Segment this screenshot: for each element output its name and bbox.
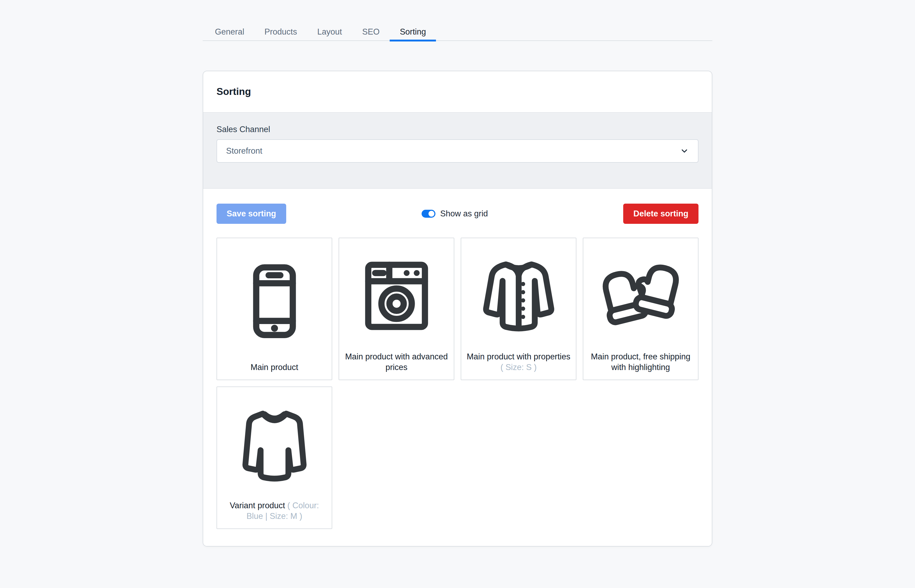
- toggle-knob: [429, 211, 434, 216]
- save-sorting-button[interactable]: Save sorting: [217, 204, 286, 224]
- settings-page: General Products Layout SEO Sorting Sort…: [203, 23, 712, 546]
- product-image: [217, 387, 332, 500]
- product-image: [461, 238, 576, 351]
- product-name: Main product, free shipping with highlig…: [591, 352, 690, 372]
- product-label: Variant product ( Colour: Blue | Size: M…: [217, 500, 332, 528]
- smartphone-icon: [231, 257, 318, 345]
- washing-machine-icon: [353, 252, 440, 340]
- sales-channel-select[interactable]: Storefront: [217, 139, 698, 163]
- delete-sorting-button[interactable]: Delete sorting: [623, 204, 698, 224]
- toolbar: Save sorting Show as grid Delete sorting: [217, 204, 698, 224]
- show-as-grid-label: Show as grid: [440, 209, 488, 218]
- show-as-grid-control: Show as grid: [286, 209, 623, 218]
- product-label: Main product with properties ( Size: S ): [461, 351, 576, 380]
- tab-bar: General Products Layout SEO Sorting: [203, 23, 712, 41]
- chevron-down-icon: [680, 147, 689, 155]
- jacket-icon: [475, 252, 563, 340]
- product-suffix: ( Size: S ): [500, 363, 536, 372]
- sales-channel-label: Sales Channel: [217, 124, 698, 134]
- product-label: Main product with advanced prices: [339, 351, 454, 380]
- product-label: Main product: [217, 362, 332, 380]
- sales-channel-value: Storefront: [226, 146, 680, 156]
- product-image: [217, 238, 332, 362]
- tab-general[interactable]: General: [205, 23, 254, 40]
- product-image: [339, 238, 454, 351]
- sales-channel-section: Sales Channel Storefront: [203, 112, 712, 189]
- mittens-icon: [597, 252, 685, 340]
- product-card[interactable]: Variant product ( Colour: Blue | Size: M…: [217, 386, 332, 529]
- tab-layout[interactable]: Layout: [307, 23, 352, 40]
- product-card[interactable]: Main product, free shipping with highlig…: [583, 237, 698, 380]
- product-image: [583, 238, 698, 351]
- panel-title: Sorting: [217, 86, 698, 98]
- tab-seo[interactable]: SEO: [352, 23, 390, 40]
- product-card[interactable]: Main product with advanced prices: [338, 237, 454, 380]
- product-grid: Main product Main product with advanced …: [217, 237, 698, 529]
- product-name: Variant product: [230, 501, 288, 510]
- product-label: Main product, free shipping with highlig…: [583, 351, 698, 380]
- product-name: Main product with advanced prices: [345, 352, 448, 372]
- product-name: Main product: [251, 363, 298, 372]
- product-card[interactable]: Main product: [217, 237, 332, 380]
- product-name: Main product with properties: [467, 352, 570, 361]
- tab-products[interactable]: Products: [254, 23, 307, 40]
- sorting-panel: Sorting Sales Channel Storefront Save so…: [203, 71, 712, 546]
- sweater-icon: [231, 401, 318, 489]
- panel-header: Sorting: [203, 71, 712, 112]
- show-as-grid-toggle[interactable]: [422, 210, 436, 218]
- tab-sorting[interactable]: Sorting: [390, 23, 436, 40]
- product-card[interactable]: Main product with properties ( Size: S ): [461, 237, 577, 380]
- panel-content: Save sorting Show as grid Delete sorting…: [203, 189, 712, 546]
